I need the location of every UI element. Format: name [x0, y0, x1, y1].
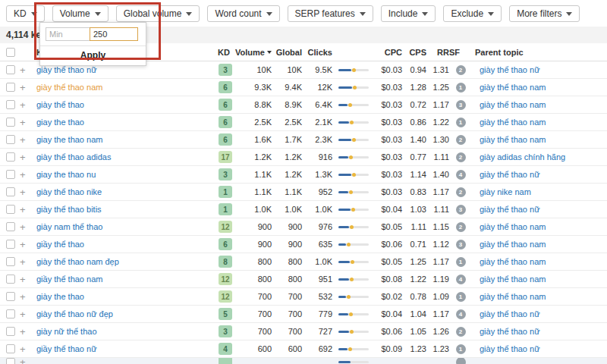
filter-word-count-button[interactable]: Word count [207, 5, 279, 22]
keyword-link[interactable]: giày thể thao nike [36, 187, 102, 196]
parent-topic-link[interactable]: giày nike nam [480, 187, 531, 196]
volume-max-input[interactable] [90, 27, 138, 41]
expand-plus-icon[interactable]: + [20, 83, 36, 93]
row-checkbox[interactable] [6, 275, 15, 284]
filter-include-button[interactable]: Include [381, 5, 436, 22]
keyword-link[interactable]: giay the thao nam [36, 135, 102, 144]
row-checkbox[interactable] [6, 100, 15, 109]
filter-serp-features-button[interactable]: SERP features [288, 5, 373, 22]
parent-topic-link[interactable]: giày thể thao nữ [480, 65, 540, 74]
serp-features-badge: 4 [456, 309, 466, 319]
keyword-link[interactable]: giầy thể thao nam [36, 275, 102, 284]
expand-plus-icon[interactable]: + [20, 100, 36, 110]
row-checkbox[interactable] [6, 240, 15, 249]
header-global[interactable]: Global [272, 48, 302, 57]
expand-plus-icon[interactable]: + [20, 358, 36, 364]
keyword-link[interactable]: giày thể thao nữ đẹp [36, 309, 113, 318]
row-checkbox[interactable] [6, 344, 15, 353]
header-sf[interactable]: SF [449, 48, 472, 57]
keyword-link[interactable]: giày thể thao nam [36, 83, 102, 92]
table-row: + giày thể thao adidas 17 1.2K 1.2K 916 … [0, 149, 607, 166]
keyword-link[interactable]: giầy thể thao nữ [36, 344, 97, 353]
parent-topic-link[interactable]: giày thể thao nữ [480, 327, 540, 336]
header-parent-topic[interactable]: Parent topic [472, 48, 607, 57]
expand-plus-icon[interactable]: + [20, 344, 36, 354]
row-checkbox[interactable] [6, 222, 15, 231]
keyword-link[interactable]: giày thể thao bitis [36, 205, 102, 214]
keyword-link[interactable]: giày thể thao adidas [36, 152, 111, 162]
header-clicks[interactable]: Clicks [302, 48, 332, 57]
parent-topic-link[interactable]: giày thể thao nam [480, 240, 546, 249]
row-checkbox[interactable] [6, 327, 15, 336]
volume-min-input[interactable] [46, 27, 90, 41]
keyword-link[interactable]: giay the thao nu [36, 170, 96, 179]
header-kd[interactable]: KD [212, 48, 235, 57]
serp-features-badge: 1 [456, 118, 466, 127]
parent-topic-link[interactable]: giày thể thao nam [480, 100, 546, 109]
expand-plus-icon[interactable]: + [20, 240, 36, 249]
keyword-link[interactable]: giầy thể thao [36, 240, 84, 249]
row-checkbox[interactable] [6, 358, 15, 364]
expand-plus-icon[interactable]: + [20, 135, 36, 145]
row-checkbox[interactable] [6, 187, 15, 196]
parent-topic-link[interactable]: giày thể thao nam [480, 222, 546, 231]
keyword-link[interactable]: giày nữ thể thao [36, 327, 97, 336]
expand-plus-icon[interactable]: + [20, 205, 36, 215]
keyword-link[interactable]: giày nam thể thao [36, 222, 102, 231]
row-checkbox[interactable] [6, 118, 15, 127]
parent-topic-link[interactable]: giày thể thao nam [480, 118, 546, 127]
filter-global-volume-button[interactable]: Global volume [116, 5, 200, 22]
row-checkbox[interactable] [6, 205, 15, 214]
parent-topic-link[interactable]: giày thể thao nam [480, 257, 546, 266]
header-volume[interactable]: Volume [235, 48, 272, 57]
keyword-link[interactable]: giày the thao [36, 292, 84, 301]
apply-button[interactable]: Apply [40, 46, 146, 65]
parent-topic-link[interactable]: giày thể thao nữ [480, 205, 540, 214]
filter-more-filters-button[interactable]: More filters [509, 5, 580, 22]
table-row: + giày thể thao nam 6 9.3K 9.4K 12K $0.0… [0, 79, 607, 96]
expand-plus-icon[interactable]: + [20, 187, 36, 197]
filter-kd-button[interactable]: KD [6, 5, 45, 22]
row-checkbox[interactable] [6, 309, 15, 318]
row-checkbox[interactable] [6, 257, 15, 266]
header-cpc[interactable]: CPC [372, 48, 402, 57]
parent-topic-link[interactable]: giày thể thao nam [480, 83, 546, 92]
table-row: + giày thể thao nữ đẹp 5 700 700 779 $0.… [0, 306, 607, 323]
parent-topic-link[interactable]: giày adidas chính hãng [480, 152, 565, 162]
keyword-link[interactable]: giay the thao [36, 118, 84, 127]
keyword-link[interactable]: giày thể thao nữ [36, 65, 97, 74]
select-all-checkbox[interactable] [6, 48, 15, 57]
row-checkbox[interactable] [6, 135, 15, 144]
parent-topic-link[interactable]: giày thể thao nữ [480, 170, 540, 179]
expand-plus-icon[interactable]: + [20, 275, 36, 284]
row-checkbox[interactable] [6, 83, 15, 92]
header-rr[interactable]: RR [426, 48, 449, 57]
keyword-link[interactable]: giày thể thao [36, 100, 84, 109]
row-checkbox[interactable] [6, 292, 15, 301]
expand-plus-icon[interactable]: + [20, 222, 36, 232]
expand-plus-icon[interactable]: + [20, 65, 36, 75]
global-volume-value: 600 [272, 344, 302, 353]
cpc-value: $0.03 [372, 83, 402, 92]
parent-topic-link[interactable]: giày thể thao nam [480, 292, 546, 301]
expand-plus-icon[interactable]: + [20, 170, 36, 180]
row-checkbox[interactable] [6, 170, 15, 179]
filter-exclude-button[interactable]: Exclude [443, 5, 502, 22]
expand-plus-icon[interactable]: + [20, 257, 36, 267]
parent-topic-link[interactable]: giày thể thao nam [480, 135, 546, 144]
expand-plus-icon[interactable]: + [20, 327, 36, 337]
parent-topic-link[interactable]: giày thể thao nữ [480, 309, 540, 318]
header-cps[interactable]: CPS [402, 48, 426, 57]
expand-plus-icon[interactable]: + [20, 118, 36, 127]
expand-plus-icon[interactable]: + [20, 309, 36, 319]
keyword-link[interactable]: giày thể thao nam đẹp [36, 257, 119, 266]
parent-topic-link[interactable]: giày thể thao nam [480, 275, 546, 284]
row-checkbox[interactable] [6, 65, 15, 74]
clicks-distribution-bar [338, 243, 369, 246]
filter-volume-button[interactable]: Volume [52, 5, 109, 22]
expand-plus-icon[interactable]: + [20, 152, 36, 162]
row-checkbox[interactable] [6, 152, 15, 162]
expand-plus-icon[interactable]: + [20, 292, 36, 302]
cpc-value: $0.05 [372, 222, 402, 231]
parent-topic-link[interactable]: giày thể thao nữ [480, 344, 540, 353]
